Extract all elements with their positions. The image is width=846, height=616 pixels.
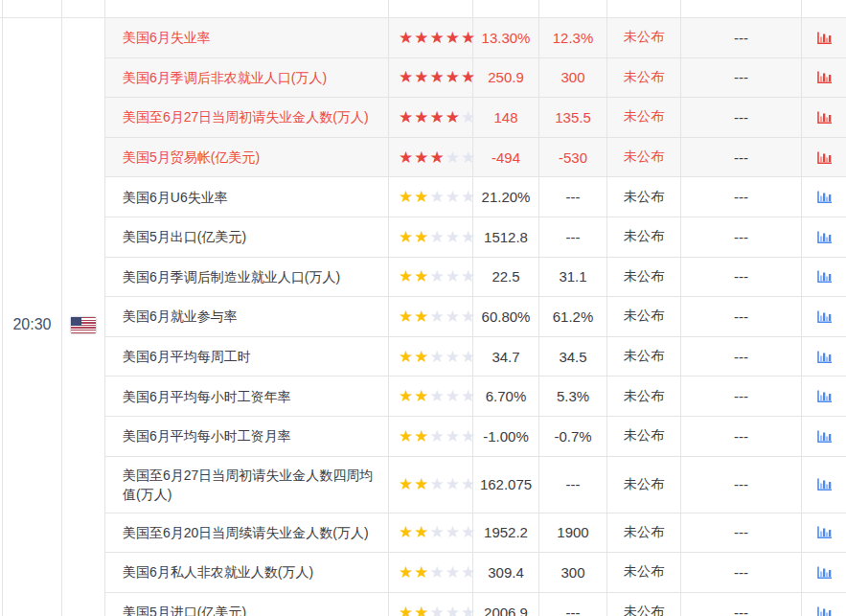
- chart-cell: [802, 58, 846, 98]
- star-empty-icon: ★: [430, 388, 446, 404]
- indicator-row[interactable]: 美国至6月27日当周初请失业金人数(万人) ★★★★★ 148 135.5 未公…: [105, 98, 846, 138]
- bar-chart-icon[interactable]: [816, 350, 833, 364]
- star-filled-icon: ★: [446, 30, 461, 46]
- indicator-row[interactable]: 美国6月平均每小时工资月率 ★★★★★ -1.00% -0.7% 未公布 ---: [105, 417, 846, 457]
- star-filled-icon: ★: [399, 109, 414, 125]
- chart-cell: [802, 417, 846, 456]
- indicator-row[interactable]: 美国6月平均每小时工资年率 ★★★★★ 6.70% 5.3% 未公布 ---: [105, 376, 846, 417]
- importance-stars: ★★★★★: [389, 138, 473, 177]
- indicator-row[interactable]: 美国6月私人非农就业人数(万人) ★★★★★ 309.4 300 未公布 ---: [105, 553, 846, 593]
- star-empty-icon: ★: [446, 564, 461, 581]
- indicator-row[interactable]: 美国6月就业参与率 ★★★★★ 60.80% 61.2% 未公布 ---: [105, 297, 846, 337]
- published-value: 未公布: [607, 417, 681, 456]
- bar-chart-icon[interactable]: [816, 110, 833, 125]
- bar-chart-icon[interactable]: [816, 190, 833, 204]
- bar-chart-icon[interactable]: [816, 70, 833, 84]
- event-time: 20:30: [3, 18, 62, 616]
- chart-cell: [802, 258, 846, 297]
- importance-stars: ★★★★★: [389, 58, 473, 98]
- indicator-name: 美国6月私人非农就业人数(万人): [105, 553, 389, 592]
- impact-value: ---: [681, 513, 802, 553]
- bar-chart-icon[interactable]: [816, 269, 833, 284]
- impact-value: ---: [681, 98, 802, 137]
- indicator-name: 美国至6月20日当周续请失业金人数(万人): [105, 513, 389, 553]
- star-filled-icon: ★: [399, 268, 414, 285]
- indicator-row[interactable]: 美国5月贸易帐(亿美元) ★★★★★ -494 -530 未公布 ---: [105, 138, 846, 178]
- indicator-row[interactable]: 美国6月平均每周工时 ★★★★★ 34.7 34.5 未公布 ---: [105, 337, 846, 377]
- bar-chart-icon[interactable]: [816, 230, 833, 244]
- star-empty-icon: ★: [446, 268, 461, 285]
- importance-stars: ★★★★★: [389, 258, 473, 297]
- indicator-row[interactable]: 美国至6月27日当周初请失业金人数四周均值(万人) ★★★★★ 162.075 …: [105, 457, 846, 513]
- bar-chart-icon[interactable]: [816, 429, 833, 444]
- previous-value: 60.80%: [473, 297, 539, 336]
- forecast-value: 300: [539, 58, 607, 98]
- forecast-value: 1900: [539, 513, 607, 553]
- chart-cell: [802, 376, 846, 416]
- indicator-name: 美国6月U6失业率: [105, 177, 389, 217]
- bar-chart-icon[interactable]: [816, 150, 833, 165]
- indicator-row[interactable]: 美国6月失业率 ★★★★★ 13.30% 12.3% 未公布 ---: [105, 18, 846, 58]
- published-value: 未公布: [607, 138, 681, 177]
- star-filled-icon: ★: [430, 30, 446, 46]
- star-filled-icon: ★: [414, 308, 429, 325]
- us-flag-icon: [71, 317, 96, 333]
- indicator-row[interactable]: 美国至6月20日当周续请失业金人数(万人) ★★★★★ 1952.2 1900 …: [105, 513, 846, 554]
- forecast-value: -0.7%: [539, 417, 607, 456]
- published-value: 未公布: [607, 258, 681, 297]
- indicator-name: 美国至6月27日当周初请失业金人数(万人): [105, 98, 389, 137]
- star-filled-icon: ★: [399, 308, 414, 325]
- chart-cell: [802, 98, 846, 137]
- bar-chart-icon[interactable]: [816, 525, 833, 539]
- previous-value: 250.9: [473, 58, 539, 98]
- star-filled-icon: ★: [399, 229, 414, 245]
- bar-chart-icon[interactable]: [816, 605, 833, 616]
- star-empty-icon: ★: [430, 476, 446, 492]
- star-filled-icon: ★: [430, 69, 446, 85]
- star-empty-icon: ★: [430, 268, 446, 285]
- star-empty-icon: ★: [446, 476, 461, 492]
- indicator-row[interactable]: 美国6月季调后制造业就业人口(万人) ★★★★★ 22.5 31.1 未公布 -…: [105, 258, 846, 298]
- star-empty-icon: ★: [430, 308, 446, 325]
- star-filled-icon: ★: [414, 476, 429, 492]
- published-value: 未公布: [607, 98, 681, 137]
- previous-value: 148: [473, 98, 539, 137]
- star-filled-icon: ★: [399, 349, 414, 365]
- star-filled-icon: ★: [399, 524, 414, 540]
- star-empty-icon: ★: [446, 524, 461, 540]
- star-filled-icon: ★: [414, 268, 429, 285]
- star-empty-icon: ★: [430, 524, 446, 540]
- importance-stars: ★★★★★: [389, 297, 473, 336]
- bar-chart-icon[interactable]: [816, 31, 833, 45]
- chart-cell: [802, 553, 846, 592]
- bar-chart-icon[interactable]: [816, 389, 833, 403]
- indicator-row[interactable]: 美国5月出口(亿美元) ★★★★★ 1512.8 --- 未公布 ---: [105, 217, 846, 258]
- star-empty-icon: ★: [446, 605, 461, 616]
- indicator-name: 美国至6月27日当周初请失业金人数四周均值(万人): [105, 457, 389, 513]
- chart-cell: [802, 457, 846, 513]
- bar-chart-icon[interactable]: [816, 309, 833, 324]
- star-filled-icon: ★: [399, 564, 414, 581]
- importance-stars: ★★★★★: [389, 593, 473, 616]
- impact-value: ---: [681, 593, 802, 616]
- previous-value: 13.30%: [473, 18, 539, 57]
- indicator-row[interactable]: 美国6月U6失业率 ★★★★★ 21.20% --- 未公布 ---: [105, 177, 846, 217]
- indicator-rows: 美国6月失业率 ★★★★★ 13.30% 12.3% 未公布 --- 美国6月季…: [105, 18, 846, 616]
- importance-stars: ★★★★★: [389, 98, 473, 137]
- star-empty-icon: ★: [430, 428, 446, 445]
- star-filled-icon: ★: [414, 69, 429, 85]
- bar-chart-icon[interactable]: [816, 565, 833, 580]
- indicator-row[interactable]: 美国6月季调后非农就业人口(万人) ★★★★★ 250.9 300 未公布 --…: [105, 58, 846, 99]
- importance-stars: ★★★★★: [389, 513, 473, 553]
- country-flag-cell: [62, 18, 105, 616]
- forecast-value: ---: [539, 593, 607, 616]
- importance-stars: ★★★★★: [389, 457, 473, 513]
- star-empty-icon: ★: [430, 564, 446, 581]
- star-filled-icon: ★: [399, 30, 414, 46]
- importance-stars: ★★★★★: [389, 553, 473, 592]
- bar-chart-icon[interactable]: [816, 477, 833, 491]
- indicator-row[interactable]: 美国5月进口(亿美元) ★★★★★ 2006.9 --- 未公布 ---: [105, 593, 846, 616]
- star-filled-icon: ★: [414, 229, 429, 245]
- previous-value: 1952.2: [473, 513, 539, 553]
- star-filled-icon: ★: [430, 109, 446, 125]
